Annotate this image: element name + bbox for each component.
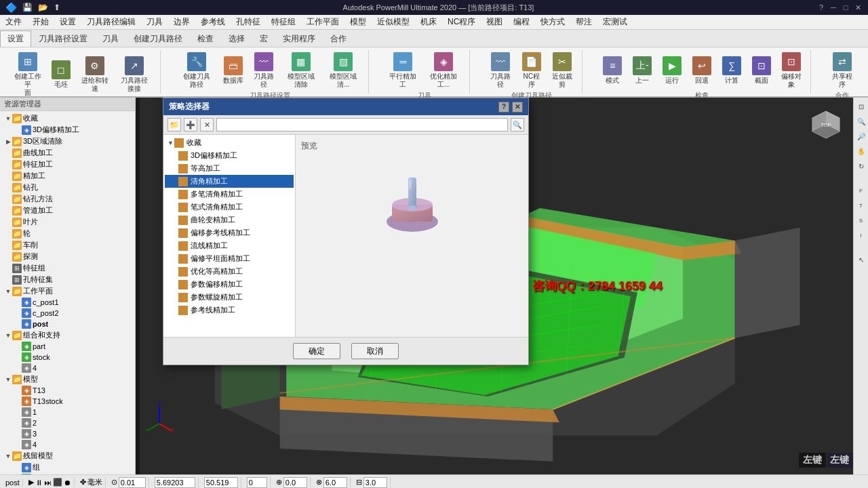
ribbon-tab-4[interactable]: 检查: [190, 30, 221, 47]
tree-item-0[interactable]: ▼📁收藏: [1, 113, 134, 124]
quick-open[interactable]: 📂: [38, 3, 48, 12]
tree-item-11[interactable]: 📁车削: [1, 239, 134, 251]
strategy-item-8[interactable]: 流线精加工: [165, 239, 294, 252]
menu-item-近似模型[interactable]: 近似模型: [372, 15, 415, 29]
strategy-item-10[interactable]: 优化等高精加工: [165, 265, 294, 278]
tree-item-25[interactable]: ◈T13stock: [1, 396, 134, 407]
share-program-button[interactable]: ⇄ 共享程序: [827, 50, 857, 91]
ribbon-tab-1[interactable]: 刀具路径设置: [31, 30, 95, 47]
strategy-item-13[interactable]: 参考线精加工: [165, 304, 294, 317]
strategy-item-1[interactable]: 3D偏移精加工: [165, 149, 294, 162]
model-area-clear2-button[interactable]: ▨ 模型区域清...: [324, 50, 363, 91]
record-button[interactable]: ⏺: [64, 479, 71, 487]
strategy-item-3[interactable]: 清角精加工: [165, 175, 294, 188]
tree-item-17[interactable]: ◈c_post2: [1, 308, 134, 319]
tree-item-3[interactable]: 📁曲线加工: [1, 147, 134, 159]
x-input[interactable]: [155, 477, 195, 488]
tree-item-32[interactable]: ◈> 1: [1, 473, 134, 474]
prev-button[interactable]: 上- 上一: [629, 54, 656, 87]
strategy-item-4[interactable]: 多笔清角精加工: [165, 188, 294, 201]
play-button[interactable]: ▶: [28, 478, 34, 487]
strategy-item-5[interactable]: 笔式清角精加工: [165, 201, 294, 214]
stop-button[interactable]: ⬛: [53, 478, 62, 487]
minimize-button[interactable]: ─: [829, 3, 838, 12]
dialog-help-button[interactable]: ?: [498, 102, 509, 113]
menu-item-刀具路径编辑[interactable]: 刀具路径编辑: [81, 15, 141, 29]
step-input[interactable]: [283, 477, 307, 488]
menu-item-帮注[interactable]: 帮注: [570, 15, 597, 29]
tree-item-10[interactable]: 📁轮: [1, 228, 134, 239]
ribbon-tab-0[interactable]: 设置: [0, 30, 31, 47]
tolerance-input[interactable]: [119, 477, 146, 488]
maximize-button[interactable]: □: [841, 3, 850, 12]
strategy-item-12[interactable]: 参数螺旋精加工: [165, 291, 294, 304]
menu-item-视图[interactable]: 视图: [481, 15, 508, 29]
dialog-remove-button[interactable]: ✕: [200, 118, 214, 131]
dialog-folder-button[interactable]: 📁: [167, 118, 181, 131]
trim-button[interactable]: ✂ 近似裁剪: [548, 50, 577, 91]
tree-expand-19[interactable]: ▼: [4, 332, 12, 339]
create-toolpath-button[interactable]: 🔧 创建刀具路径: [177, 50, 217, 91]
close-button[interactable]: ✕: [853, 3, 863, 12]
tree-item-24[interactable]: ◈T13: [1, 385, 134, 396]
tree-item-26[interactable]: ◈1: [1, 407, 134, 418]
tree-item-12[interactable]: 📁探测: [1, 251, 134, 262]
strategy-item-7[interactable]: 偏移参考线精加工: [165, 226, 294, 239]
tree-item-16[interactable]: ◈c_post1: [1, 297, 134, 308]
tree-item-23[interactable]: ▼📁模型: [1, 373, 134, 385]
strategy-item-2[interactable]: 等高加工: [165, 162, 294, 175]
strategy-item-0[interactable]: ▼收藏: [165, 136, 294, 149]
view-top-button[interactable]: T: [855, 199, 867, 211]
tree-item-2[interactable]: ▶📁3D区域清除: [1, 136, 134, 147]
pause-button[interactable]: ⏸: [35, 479, 43, 487]
ribbon-tab-2[interactable]: 刀具: [95, 30, 126, 47]
strategy-item-11[interactable]: 参数偏移精加工: [165, 278, 294, 291]
strategy-search-input[interactable]: [216, 118, 508, 131]
feed-speed-button[interactable]: ⚙ 进给和转速: [77, 54, 111, 95]
tree-item-9[interactable]: 📁叶片: [1, 216, 134, 228]
tree-item-7[interactable]: 📁钻孔方法: [1, 193, 134, 205]
database-button[interactable]: 🗃 数据库: [220, 54, 247, 87]
ribbon-tab-6[interactable]: 宏: [252, 30, 275, 47]
menu-item-快方式[interactable]: 快方式: [535, 15, 570, 29]
menu-item-工作平面[interactable]: 工作平面: [301, 15, 344, 29]
tree-item-22[interactable]: ◈4: [1, 363, 134, 373]
menu-item-编程[interactable]: 编程: [508, 15, 535, 29]
tree-item-18[interactable]: ◈post: [1, 319, 134, 329]
view-zoom-out-button[interactable]: 🔎: [855, 130, 867, 142]
toolpath-connect-button[interactable]: ↗ 刀具路径接接: [115, 54, 155, 95]
select-tool-button[interactable]: ↖: [855, 253, 867, 266]
menu-item-边界[interactable]: 边界: [168, 15, 195, 29]
stock-button[interactable]: ◻ 毛坯: [47, 58, 75, 91]
menu-item-NC程序[interactable]: NC程序: [442, 15, 481, 29]
calc-button[interactable]: ∑ 计算: [718, 54, 745, 87]
view-front-button[interactable]: F: [855, 184, 867, 197]
tree-item-4[interactable]: 📁特征加工: [1, 159, 134, 170]
menu-item-孔特征[interactable]: 孔特征: [231, 15, 266, 29]
menu-item-模型[interactable]: 模型: [344, 15, 372, 29]
strategy-item-9[interactable]: 偏修平坦面精加工: [165, 252, 294, 265]
quick-up[interactable]: ⬆: [54, 3, 60, 12]
y-input[interactable]: [204, 477, 238, 488]
tree-item-1[interactable]: ◈3D偏移精加工: [1, 124, 134, 136]
tree-item-6[interactable]: 📁钻孔: [1, 182, 134, 193]
ribbon-tab-7[interactable]: 实用程序: [275, 30, 323, 47]
ribbon-tab-5[interactable]: 选择: [221, 30, 252, 47]
viewport[interactable]: 策略选择器 ? ✕ 📁 ➕ ✕ 🔍 ▼收藏3D偏移精加工等高加工清角精加工多笔清…: [136, 98, 853, 474]
dialog-close-button[interactable]: ✕: [512, 102, 523, 113]
tree-item-29[interactable]: ◈4: [1, 439, 134, 450]
section-button[interactable]: ⊡ 截面: [748, 54, 775, 87]
toolpath-btn[interactable]: 〰 刀具路径: [250, 50, 279, 91]
menu-item-文件[interactable]: 文件: [0, 15, 27, 29]
diameter-input[interactable]: [323, 477, 347, 488]
step-forward-button[interactable]: ⏭: [44, 479, 52, 487]
view-pan-button[interactable]: ✋: [855, 145, 867, 157]
optimize-finish-button[interactable]: ◈ 优化精加工...: [424, 50, 464, 91]
tree-item-5[interactable]: 📁精加工: [1, 170, 134, 182]
view-rotate-button[interactable]: ↻: [855, 160, 867, 172]
thickness-input[interactable]: [363, 477, 387, 488]
run-button[interactable]: ▶ 运行: [658, 54, 686, 87]
tree-item-13[interactable]: ⊞特征组: [1, 262, 134, 274]
menu-item-刀具[interactable]: 刀具: [141, 15, 168, 29]
dialog-ok-button[interactable]: 确定: [293, 343, 340, 359]
